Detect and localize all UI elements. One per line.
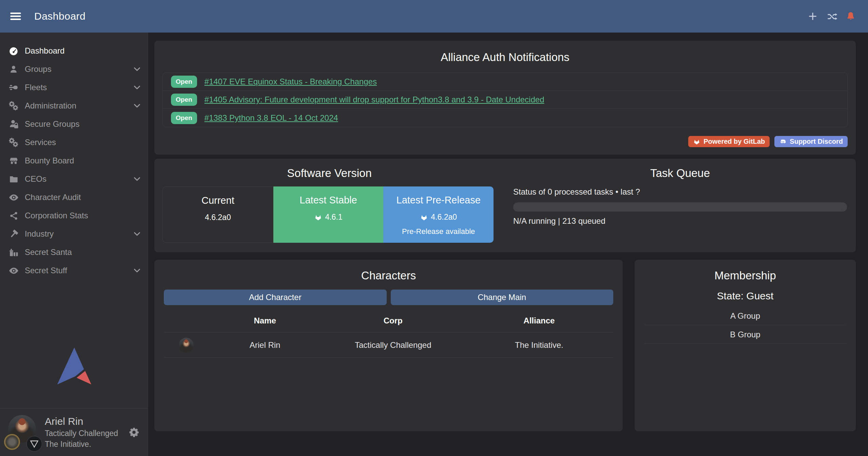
gear-icon[interactable] [129, 427, 139, 438]
gears-icon [7, 101, 20, 111]
character-name: Ariel Rin [209, 333, 321, 358]
notification-item: Open #1405 Advisory: Future development … [163, 91, 847, 109]
version-current: Current 4.6.2a0 [162, 186, 273, 243]
characters-table: Name Corp Alliance Ariel Rin Tactically … [164, 309, 613, 358]
sidebar-item-character-audit[interactable]: Character Audit [0, 188, 148, 206]
gears-icon [7, 137, 20, 147]
sidebar-item-bounty-board[interactable]: Bounty Board [0, 152, 148, 170]
software-taskqueue-card: Software Version Current 4.6.2a0 Latest … [154, 159, 856, 252]
notifications-bell-icon[interactable] [846, 11, 856, 21]
notification-link[interactable]: #1407 EVE Equinox Status - Breaking Chan… [205, 77, 377, 86]
sidebar-item-fleets[interactable]: Fleets [0, 78, 148, 97]
shuttle-icon [7, 82, 20, 93]
notification-item: Open #1383 Python 3.8 EOL - 14 Oct 2024 [163, 109, 847, 127]
user-icon [7, 64, 20, 74]
group-item: A Group [644, 306, 846, 325]
sidebar: Dashboard Groups Fleets Administration S… [0, 33, 148, 456]
chevron-down-icon [133, 175, 141, 183]
user-name: Ariel Rin [45, 416, 118, 427]
task-queue-title: Task Queue [513, 167, 847, 180]
version-latest-stable[interactable]: Latest Stable 4.6.1 [273, 186, 384, 243]
sidebar-item-dashboard[interactable]: Dashboard [0, 42, 148, 60]
chevron-down-icon [133, 266, 141, 275]
add-character-button[interactable]: Add Character [164, 290, 387, 305]
gitlab-icon [693, 138, 700, 145]
menu-icon[interactable] [9, 9, 23, 23]
user-corp: Tactically Challenged [45, 430, 118, 437]
task-queue-counts: N/A running | 213 queued [513, 216, 847, 226]
software-version-title: Software Version [162, 167, 496, 180]
shuffle-icon[interactable] [827, 11, 837, 21]
discord-badge[interactable]: Support Discord [774, 136, 848, 147]
navbar-actions [808, 11, 856, 21]
share-nodes-icon [7, 211, 20, 221]
software-version-section: Software Version Current 4.6.2a0 Latest … [154, 159, 505, 252]
characters-card: Characters Add Character Change Main Nam… [154, 260, 623, 431]
character-alliance: The Initiative. [465, 333, 613, 358]
sidebar-item-secret-santa[interactable]: Secret Santa [0, 243, 148, 261]
gitlab-icon [314, 213, 322, 221]
sidebar-item-administration[interactable]: Administration [0, 97, 148, 115]
membership-groups: A Group B Group [644, 306, 846, 344]
alliance-logo [26, 436, 42, 452]
version-latest-prerelease[interactable]: Latest Pre-Release 4.6.2a0 Pre-Release a… [383, 186, 494, 243]
group-item: B Group [644, 325, 846, 344]
brand-badges: Powered by GitLab Support Discord [162, 136, 848, 147]
notifications-card: Alliance Auth Notifications Open #1407 E… [154, 41, 856, 155]
eye-icon [7, 192, 20, 202]
discord-icon [779, 138, 787, 145]
membership-state: State: Guest [644, 290, 846, 302]
eye-icon [7, 265, 20, 276]
hammer-icon [7, 229, 20, 239]
notifications-list: Open #1407 EVE Equinox Status - Breaking… [162, 73, 848, 127]
task-queue-progressbar [513, 202, 847, 212]
membership-title: Membership [644, 269, 846, 282]
character-corp: Tactically Challenged [321, 333, 465, 358]
characters-title: Characters [164, 269, 613, 282]
notification-link[interactable]: #1405 Advisory: Future development will … [205, 95, 544, 104]
chevron-down-icon [133, 65, 141, 74]
main-content: Alliance Auth Notifications Open #1407 E… [148, 33, 868, 456]
character-portrait [179, 338, 194, 353]
prerelease-note: Pre-Release available [402, 227, 475, 236]
corp-logo [4, 434, 20, 450]
page-title: Dashboard [34, 11, 85, 22]
sidebar-item-ceos[interactable]: CEOs [0, 170, 148, 188]
user-avatar-stack [7, 415, 37, 452]
user-lock-icon [7, 119, 20, 129]
notification-item: Open #1407 EVE Equinox Status - Breaking… [163, 73, 847, 91]
column-header-alliance: Alliance [465, 309, 613, 333]
chevron-down-icon [133, 101, 141, 110]
sidebar-item-secret-stuff[interactable]: Secret Stuff [0, 261, 148, 280]
sidebar-item-groups[interactable]: Groups [0, 60, 148, 78]
status-badge: Open [171, 94, 197, 106]
membership-card: Membership State: Guest A Group B Group [635, 260, 856, 431]
notifications-title: Alliance Auth Notifications [162, 51, 848, 64]
add-character-icon[interactable] [808, 11, 818, 21]
change-main-button[interactable]: Change Main [391, 290, 614, 305]
chevron-down-icon [133, 83, 141, 92]
gifts-icon [7, 247, 20, 257]
gauge-icon [7, 46, 20, 56]
sidebar-item-services[interactable]: Services [0, 133, 148, 152]
status-badge: Open [171, 112, 197, 124]
gitlab-icon [420, 213, 428, 221]
sidebar-item-secure-groups[interactable]: Secure Groups [0, 115, 148, 133]
alliance-auth-logo [0, 347, 148, 385]
top-navbar: Dashboard [0, 0, 868, 33]
column-header-name: Name [209, 309, 321, 333]
task-queue-section: Task Queue Status of 0 processed tasks •… [505, 159, 856, 252]
user-meta: Ariel Rin Tactically Challenged The Init… [45, 416, 118, 448]
folder-icon [7, 174, 20, 184]
gitlab-badge[interactable]: Powered by GitLab [688, 136, 770, 147]
user-panel: Ariel Rin Tactically Challenged The Init… [0, 408, 148, 456]
store-icon [7, 156, 20, 166]
sidebar-item-corporation-stats[interactable]: Corporation Stats [0, 206, 148, 225]
user-alliance: The Initiative. [45, 440, 118, 448]
status-badge: Open [171, 76, 197, 88]
task-queue-status: Status of 0 processed tasks • last ? [513, 187, 847, 197]
sidebar-item-industry[interactable]: Industry [0, 225, 148, 243]
character-row: Ariel Rin Tactically Challenged The Init… [164, 333, 613, 358]
notification-link[interactable]: #1383 Python 3.8 EOL - 14 Oct 2024 [205, 113, 338, 123]
chevron-down-icon [133, 230, 141, 238]
